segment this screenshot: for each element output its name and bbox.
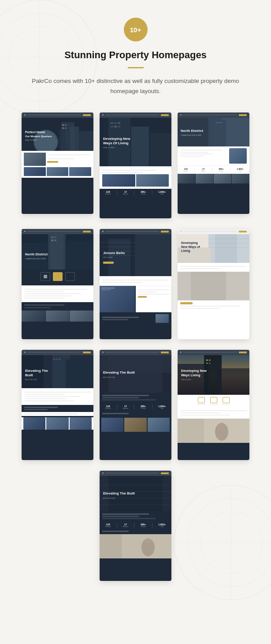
svg-rect-37 (114, 126, 117, 127)
svg-rect-57 (54, 236, 56, 238)
stat-val-4: 1,900+ (158, 191, 166, 193)
svg-text:Developing New: Developing New (181, 369, 207, 373)
screenshot-card-2[interactable]: Developing New Ways Of Living REAL ESTAT… (100, 112, 171, 218)
mini-nav-4 (22, 229, 93, 234)
screenshots-row-1: Perfect Home Our Modern Quarters REAL ES… (9, 112, 262, 218)
svg-rect-108 (206, 363, 208, 364)
svg-rect-45 (215, 120, 226, 146)
screenshot-card-5[interactable]: Jensen Belts BEST LAND (100, 229, 171, 339)
svg-rect-58 (51, 240, 53, 241)
svg-text:New Ways of: New Ways of (181, 245, 200, 249)
svg-text:Ways Living: Ways Living (181, 373, 200, 377)
svg-text:REAL ESTATE: REAL ESTATE (181, 379, 192, 381)
screenshots-row-3: Elevating The Built ARCHITECTURE (9, 350, 262, 460)
svg-rect-20 (65, 124, 67, 126)
screenshot-card-4[interactable]: North District COMMERCIAL REAL ESTATE (22, 229, 93, 339)
svg-text:Our Modern Quarters: Our Modern Quarters (25, 135, 52, 138)
mini-nav-6 (178, 229, 249, 234)
screenshot-card-9[interactable]: Developing New Ways Living REAL ESTATE (178, 350, 249, 460)
svg-text:Developing New: Developing New (103, 137, 131, 141)
svg-rect-18 (79, 131, 93, 151)
svg-point-116 (219, 423, 224, 428)
svg-text:Ways Of Living: Ways Of Living (103, 141, 129, 145)
svg-text:ARCHITECTURE: ARCHITECTURE (103, 377, 115, 378)
screenshot-card-3[interactable]: North District COMMERCIAL REAL ESTATE (178, 112, 249, 214)
svg-rect-77 (208, 239, 249, 239)
page-subtitle: PakrCo comes with 10+ distinctive as wel… (30, 76, 241, 97)
svg-rect-19 (62, 124, 64, 126)
svg-rect-33 (111, 122, 113, 124)
svg-text:North District: North District (25, 252, 48, 256)
svg-rect-46 (216, 122, 218, 123)
svg-rect-35 (118, 122, 120, 124)
screenshot-card-1[interactable]: Perfect Home Our Modern Quarters REAL ES… (22, 112, 93, 214)
mini-nav-8 (100, 350, 171, 355)
svg-text:Living: Living (181, 249, 190, 253)
svg-text:ARCHITECTURE: ARCHITECTURE (103, 498, 115, 499)
mini-nav-5 (100, 229, 171, 234)
svg-rect-17 (59, 129, 66, 151)
svg-rect-59 (54, 240, 56, 241)
svg-rect-36 (111, 126, 113, 127)
svg-rect-91 (56, 359, 58, 360)
mini-nav-2 (100, 112, 171, 118)
svg-rect-48 (221, 122, 222, 123)
svg-rect-56 (51, 236, 53, 238)
svg-text:ARCHITECTURE: ARCHITECTURE (25, 379, 37, 381)
badge-label: 10+ (130, 26, 141, 34)
svg-text:REAL ESTATE: REAL ESTATE (25, 139, 37, 141)
svg-rect-121 (100, 485, 171, 485)
screenshots-row-4: Elevating The Built ARCHITECTURE 118 Pro… (9, 471, 262, 581)
svg-rect-54 (22, 243, 47, 270)
svg-rect-32 (150, 133, 171, 166)
svg-rect-124 (100, 505, 171, 505)
page-title: Stunning Property Homepages (64, 49, 207, 61)
svg-rect-117 (178, 419, 204, 443)
svg-rect-90 (53, 359, 55, 360)
svg-rect-76 (215, 234, 237, 263)
screenshot-card-8[interactable]: Elevating The Built ARCHITECTURE 118 Pro… (100, 350, 171, 460)
svg-rect-78 (208, 243, 249, 243)
count-badge: 10+ (124, 18, 148, 41)
svg-rect-55 (67, 241, 93, 270)
svg-text:Elevating The Built: Elevating The Built (103, 491, 135, 495)
stat-val-3: 385+ (141, 191, 146, 193)
title-divider (128, 67, 144, 68)
svg-text:Developing: Developing (181, 241, 198, 245)
svg-rect-106 (206, 359, 208, 361)
svg-rect-107 (209, 359, 211, 361)
svg-rect-66 (100, 242, 135, 243)
screenshots-grid: Perfect Home Our Modern Quarters REAL ES… (9, 112, 262, 581)
screenshot-card-7[interactable]: Elevating The Built ARCHITECTURE (22, 350, 93, 460)
mini-nav-3 (178, 112, 249, 118)
screenshot-card-10[interactable]: Elevating The Built ARCHITECTURE 118 Pro… (100, 471, 171, 581)
mini-nav-9 (178, 350, 249, 355)
svg-rect-34 (114, 122, 117, 124)
svg-rect-16 (70, 127, 79, 151)
mini-nav-7 (22, 350, 93, 355)
svg-rect-47 (219, 122, 220, 123)
svg-rect-92 (59, 359, 60, 360)
svg-rect-85 (191, 272, 226, 300)
svg-point-130 (145, 538, 151, 543)
mini-nav-1 (22, 112, 93, 118)
svg-text:Built: Built (25, 373, 33, 377)
svg-text:Perfect Home: Perfect Home (25, 131, 45, 134)
svg-rect-31 (131, 127, 149, 166)
svg-rect-105 (217, 368, 249, 395)
screenshots-row-2: North District COMMERCIAL REAL ESTATE (9, 229, 262, 339)
svg-rect-67 (100, 247, 135, 247)
svg-text:Elevating The Built: Elevating The Built (103, 371, 135, 374)
svg-text:COMMERCIAL REAL ESTATE: COMMERCIAL REAL ESTATE (25, 258, 46, 260)
svg-rect-38 (118, 126, 120, 127)
svg-rect-69 (100, 255, 135, 256)
svg-text:Jensen Belts: Jensen Belts (103, 251, 125, 255)
screenshot-card-6[interactable]: Developing New Ways of Living (178, 229, 249, 339)
svg-text:REAL ESTATE: REAL ESTATE (103, 146, 115, 149)
svg-rect-21 (62, 127, 64, 129)
mini-nav-10 (100, 471, 171, 476)
svg-rect-22 (65, 127, 67, 129)
svg-text:Elevating The: Elevating The (25, 369, 48, 373)
svg-text:COMMERCIAL REAL ESTATE: COMMERCIAL REAL ESTATE (181, 135, 202, 136)
svg-rect-79 (208, 247, 249, 248)
